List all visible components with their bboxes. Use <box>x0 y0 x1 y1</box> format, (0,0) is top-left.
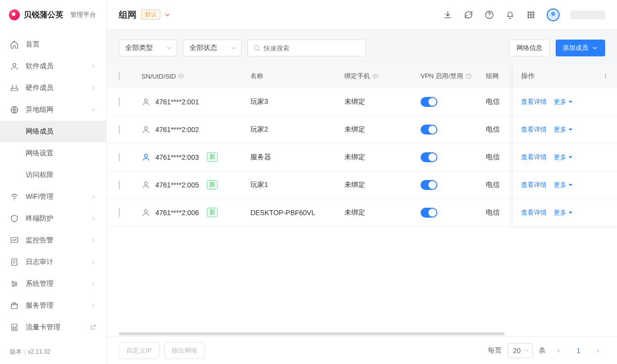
view-detail-link[interactable]: 查看详情 <box>521 181 547 189</box>
row-checkbox[interactable] <box>119 208 120 217</box>
row-phone: 未绑定 <box>344 153 421 162</box>
apps-icon[interactable] <box>526 10 536 20</box>
prev-page-button[interactable] <box>552 344 566 358</box>
vpn-toggle[interactable] <box>421 180 437 190</box>
nav-label: 终端防护 <box>26 214 53 223</box>
custom-ip-button[interactable]: 自定义IP <box>119 342 159 359</box>
svg-point-27 <box>469 77 469 78</box>
nav-monitor-alert[interactable]: 监控告警 <box>0 229 106 251</box>
svg-point-25 <box>375 75 377 77</box>
router-icon <box>10 84 19 92</box>
subnav-network-members[interactable]: 网络成员 <box>0 121 106 142</box>
help-icon[interactable] <box>465 73 472 80</box>
view-detail-link[interactable]: 查看详情 <box>521 97 547 106</box>
row-checkbox[interactable] <box>119 153 120 162</box>
view-detail-link[interactable]: 查看详情 <box>521 208 547 217</box>
status-filter[interactable]: 全部状态 <box>183 40 241 56</box>
status-filter-value: 全部状态 <box>190 44 217 52</box>
chevron-down-icon <box>230 45 237 51</box>
help-icon[interactable] <box>484 10 494 20</box>
nav-system[interactable]: 系统管理 <box>0 273 106 295</box>
new-badge: 新 <box>207 208 218 217</box>
vpn-toggle[interactable] <box>421 152 437 162</box>
search-input-wrapper[interactable] <box>247 40 366 56</box>
chevron-down-icon[interactable] <box>163 11 171 19</box>
remove-network-button[interactable]: 移出网络 <box>164 342 205 359</box>
search-input[interactable] <box>264 45 361 52</box>
nav-label: 服务管理 <box>26 301 53 310</box>
svg-point-28 <box>144 99 147 102</box>
row-phone: 未绑定 <box>344 125 421 134</box>
person-icon <box>142 181 150 189</box>
next-page-button[interactable] <box>591 344 605 358</box>
vpn-toggle[interactable] <box>421 97 437 107</box>
more-icon[interactable] <box>602 73 609 80</box>
chevron-left-icon <box>555 347 562 354</box>
network-info-button[interactable]: 网络信息 <box>509 40 550 56</box>
bell-icon[interactable] <box>505 10 515 20</box>
settings-icon <box>10 279 19 288</box>
svg-point-16 <box>533 11 534 13</box>
svg-point-35 <box>605 77 606 78</box>
view-detail-link[interactable]: 查看详情 <box>521 153 547 162</box>
vpn-toggle[interactable] <box>421 208 437 218</box>
page-size-select[interactable]: 20 <box>508 343 533 358</box>
nav-label: 异地组网 <box>26 105 53 114</box>
more-actions-link[interactable]: 更多 <box>554 125 573 134</box>
nav-sim-card[interactable]: 流量卡管理 <box>0 317 106 338</box>
svg-point-18 <box>530 14 532 15</box>
horizontal-scrollbar[interactable] <box>107 331 617 336</box>
nav-label: 系统管理 <box>26 279 53 288</box>
more-actions-link[interactable]: 更多 <box>554 208 573 217</box>
btn-label: 网络信息 <box>517 44 542 52</box>
avatar[interactable] <box>547 8 560 21</box>
more-actions-link[interactable]: 更多 <box>554 97 573 106</box>
row-sn: 4761****2:005 <box>155 181 199 189</box>
row-checkbox[interactable] <box>119 181 120 189</box>
nav-service[interactable]: 服务管理 <box>0 295 106 317</box>
current-page[interactable]: 1 <box>571 347 585 355</box>
select-all-checkbox[interactable] <box>119 72 120 81</box>
topbar: 组网 默认 <box>107 0 617 30</box>
sidebar: 贝锐蒲公英 管理平台 首页 软件成员 硬件成员 异地组网 <box>0 0 107 364</box>
btn-label: 自定义IP <box>126 346 152 355</box>
row-phone: 未绑定 <box>344 97 421 106</box>
version-value: v2.11.32 <box>28 348 50 355</box>
nav-remote-network[interactable]: 异地组网 <box>0 99 106 121</box>
more-actions-link[interactable]: 更多 <box>554 181 573 189</box>
package-icon <box>10 301 19 310</box>
nav-wifi[interactable]: WiFi管理 <box>0 186 106 208</box>
svg-point-22 <box>533 16 534 18</box>
footer: 自定义IP 移出网络 每页 20 条 1 <box>107 336 617 364</box>
eye-icon[interactable] <box>178 73 185 80</box>
svg-point-3 <box>14 199 15 200</box>
refresh-icon[interactable] <box>464 10 474 20</box>
nav-endpoint-protection[interactable]: 终端防护 <box>0 208 106 229</box>
add-member-button[interactable]: 添加成员 <box>556 40 605 56</box>
scrollbar-thumb[interactable] <box>119 332 505 335</box>
subnav-access-control[interactable]: 访问权限 <box>0 164 106 186</box>
version-label: 版本： <box>10 348 28 355</box>
subnav-network-settings[interactable]: 网络设置 <box>0 142 106 164</box>
type-filter-value: 全部类型 <box>125 44 153 52</box>
action-row: 查看详情 更多 <box>513 116 617 143</box>
content: 全部类型 全部状态 网络信息 添加成员 <box>107 30 617 364</box>
svg-point-31 <box>144 182 147 185</box>
row-checkbox[interactable] <box>119 125 120 134</box>
nav-label: 监控告警 <box>26 236 53 245</box>
nav-software-members[interactable]: 软件成员 <box>0 55 106 77</box>
nav-log-audit[interactable]: 日志审计 <box>0 251 106 273</box>
btn-label: 移出网络 <box>172 346 197 355</box>
nav-home[interactable]: 首页 <box>0 34 106 55</box>
row-checkbox[interactable] <box>119 97 120 106</box>
download-icon[interactable] <box>443 10 453 20</box>
svg-point-34 <box>605 76 606 77</box>
more-actions-link[interactable]: 更多 <box>554 153 573 162</box>
vpn-toggle[interactable] <box>421 125 437 135</box>
type-filter[interactable]: 全部类型 <box>119 40 177 56</box>
main: 组网 默认 全部类型 全部状态 <box>107 0 617 364</box>
view-detail-link[interactable]: 查看详情 <box>521 125 547 134</box>
row-name: 玩家1 <box>250 181 344 189</box>
nav-hardware-members[interactable]: 硬件成员 <box>0 77 106 99</box>
eye-icon[interactable] <box>372 73 379 80</box>
